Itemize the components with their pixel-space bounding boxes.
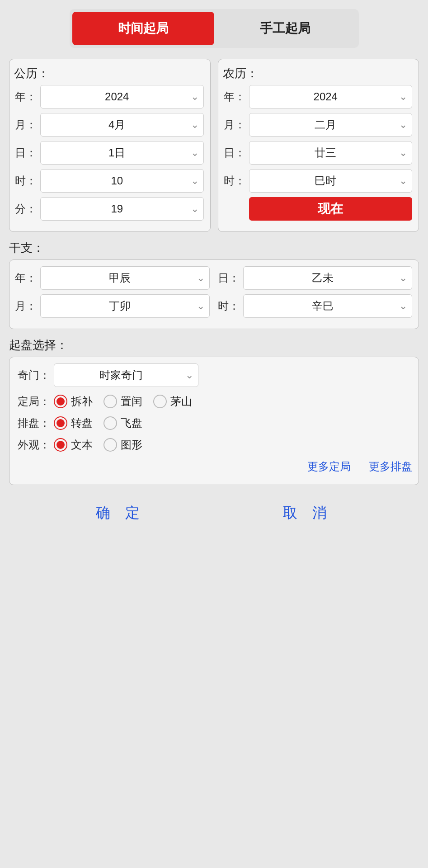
paipan-group: 转盘 飞盘 <box>54 416 412 430</box>
gongli-min-arrow: ⌄ <box>191 203 199 215</box>
dingju-option-1[interactable]: 置闰 <box>103 394 142 409</box>
gongli-min-row: 分： 19 ⌄ <box>14 197 204 221</box>
waiguan-option-1[interactable]: 图形 <box>103 438 142 452</box>
more-links: 更多定局 更多排盘 <box>14 459 412 474</box>
ganzhi-hour-value: 辛巳 <box>248 299 398 313</box>
nongli-day-select[interactable]: 廿三 ⌄ <box>249 141 413 165</box>
gongli-hour-arrow: ⌄ <box>191 175 199 187</box>
dingju-option-2[interactable]: 茅山 <box>153 394 192 409</box>
dingju-row: 定局： 拆补 置闰 茅山 <box>14 394 412 409</box>
nongli-year-arrow: ⌄ <box>399 91 407 103</box>
nongli-day-label: 日： <box>223 146 245 160</box>
tab-bar: 时间起局 手工起局 <box>70 9 359 48</box>
dingju-option-0[interactable]: 拆补 <box>54 394 93 409</box>
calendar-section: 公历： 年： 2024 ⌄ 月： 4月 ⌄ 日： 1日 ⌄ 时： <box>9 59 419 232</box>
dingju-group: 拆补 置闰 茅山 <box>54 394 412 409</box>
qipan-box: 奇门： 时家奇门 ⌄ 定局： 拆补 置闰 茅山 排盘： <box>9 357 419 485</box>
waiguan-label: 外观： <box>14 438 50 452</box>
gongli-hour-row: 时： 10 ⌄ <box>14 169 204 193</box>
ganzhi-row1: 年： 甲辰 ⌄ 日： 乙未 ⌄ <box>14 266 412 290</box>
paipan-option-1[interactable]: 飞盘 <box>103 416 142 430</box>
cancel-button[interactable]: 取 消 <box>283 503 332 523</box>
ganzhi-month-row: 月： 丁卯 ⌄ <box>14 294 210 318</box>
paipan-radio-1 <box>103 416 117 430</box>
gongli-month-select[interactable]: 4月 ⌄ <box>40 113 204 137</box>
nongli-now-row: 现在 <box>223 197 413 221</box>
waiguan-group: 文本 图形 <box>54 438 412 452</box>
nongli-hour-arrow: ⌄ <box>399 175 407 187</box>
paipan-row: 排盘： 转盘 飞盘 <box>14 416 412 430</box>
gongli-year-value: 2024 <box>45 90 189 103</box>
qimen-label: 奇门： <box>14 368 50 382</box>
gongli-min-value: 19 <box>45 203 189 215</box>
nongli-month-row: 月： 二月 ⌄ <box>223 113 413 137</box>
ganzhi-day-value: 乙未 <box>248 271 398 285</box>
paipan-label: 排盘： <box>14 416 50 430</box>
ganzhi-row2: 月： 丁卯 ⌄ 时： 辛巳 ⌄ <box>14 294 412 318</box>
ganzhi-month-label: 月： <box>14 299 37 313</box>
confirm-button[interactable]: 确 定 <box>96 503 145 523</box>
nongli-month-select[interactable]: 二月 ⌄ <box>249 113 413 137</box>
ganzhi-year-select[interactable]: 甲辰 ⌄ <box>40 266 210 290</box>
qimen-select[interactable]: 时家奇门 ⌄ <box>54 363 198 387</box>
ganzhi-month-value: 丁卯 <box>45 299 195 313</box>
gongli-month-arrow: ⌄ <box>191 119 199 131</box>
nongli-hour-row: 时： 巳时 ⌄ <box>223 169 413 193</box>
gongli-min-label: 分： <box>14 202 37 216</box>
ganzhi-day-arrow: ⌄ <box>399 272 407 284</box>
qipan-section-label: 起盘选择： <box>9 337 419 353</box>
ganzhi-year-label: 年： <box>14 271 37 285</box>
ganzhi-day-select[interactable]: 乙未 ⌄ <box>243 266 413 290</box>
gongli-day-label: 日： <box>14 146 37 160</box>
tab-manual[interactable]: 手工起局 <box>214 12 356 45</box>
qimen-row: 奇门： 时家奇门 ⌄ <box>14 363 412 387</box>
dingju-radio-1 <box>103 395 117 408</box>
paipan-label-1: 飞盘 <box>121 416 142 430</box>
waiguan-label-0: 文本 <box>71 438 93 452</box>
ganzhi-month-select[interactable]: 丁卯 ⌄ <box>40 294 210 318</box>
nongli-year-select[interactable]: 2024 ⌄ <box>249 85 413 108</box>
nongli-day-value: 廿三 <box>254 146 398 160</box>
paipan-radio-0 <box>54 416 67 430</box>
ganzhi-month-arrow: ⌄ <box>197 300 205 312</box>
gongli-min-select[interactable]: 19 ⌄ <box>40 197 204 221</box>
gongli-year-select[interactable]: 2024 ⌄ <box>40 85 204 108</box>
gongli-year-arrow: ⌄ <box>191 91 199 103</box>
nongli-month-label: 月： <box>223 118 245 132</box>
gongli-day-arrow: ⌄ <box>191 147 199 159</box>
ganzhi-box: 年： 甲辰 ⌄ 日： 乙未 ⌄ 月： 丁卯 ⌄ 时： 辛巳 ⌄ <box>9 259 419 329</box>
gongli-hour-select[interactable]: 10 ⌄ <box>40 169 204 193</box>
bottom-buttons: 确 定 取 消 <box>9 494 419 532</box>
nongli-box: 农历： 年： 2024 ⌄ 月： 二月 ⌄ 日： 廿三 ⌄ 时： <box>218 59 419 232</box>
paipan-label-0: 转盘 <box>71 416 93 430</box>
dingju-label: 定局： <box>14 394 50 409</box>
ganzhi-year-arrow: ⌄ <box>197 272 205 284</box>
gongli-month-label: 月： <box>14 118 37 132</box>
waiguan-radio-1 <box>103 438 117 452</box>
nongli-hour-select[interactable]: 巳时 ⌄ <box>249 169 413 193</box>
waiguan-radio-0 <box>54 438 67 452</box>
more-dingju-link[interactable]: 更多定局 <box>307 459 351 474</box>
ganzhi-hour-row: 时： 辛巳 ⌄ <box>217 294 413 318</box>
ganzhi-day-label: 日： <box>217 271 240 285</box>
waiguan-option-0[interactable]: 文本 <box>54 438 93 452</box>
gongli-month-value: 4月 <box>45 118 189 132</box>
ganzhi-day-row: 日： 乙未 ⌄ <box>217 266 413 290</box>
nongli-day-arrow: ⌄ <box>399 147 407 159</box>
tab-time[interactable]: 时间起局 <box>72 12 214 45</box>
ganzhi-year-value: 甲辰 <box>45 271 195 285</box>
ganzhi-hour-arrow: ⌄ <box>399 300 407 312</box>
more-paipan-link[interactable]: 更多排盘 <box>369 459 412 474</box>
gongli-day-row: 日： 1日 ⌄ <box>14 141 204 165</box>
gongli-label: 公历： <box>14 66 204 81</box>
ganzhi-section-label: 干支： <box>9 240 419 256</box>
now-button[interactable]: 现在 <box>249 197 413 221</box>
nongli-hour-value: 巳时 <box>254 174 398 188</box>
gongli-day-select[interactable]: 1日 ⌄ <box>40 141 204 165</box>
ganzhi-hour-select[interactable]: 辛巳 ⌄ <box>243 294 413 318</box>
gongli-month-row: 月： 4月 ⌄ <box>14 113 204 137</box>
paipan-option-0[interactable]: 转盘 <box>54 416 93 430</box>
nongli-label: 农历： <box>223 66 413 81</box>
waiguan-row: 外观： 文本 图形 <box>14 438 412 452</box>
dingju-label-1: 置闰 <box>121 394 142 409</box>
